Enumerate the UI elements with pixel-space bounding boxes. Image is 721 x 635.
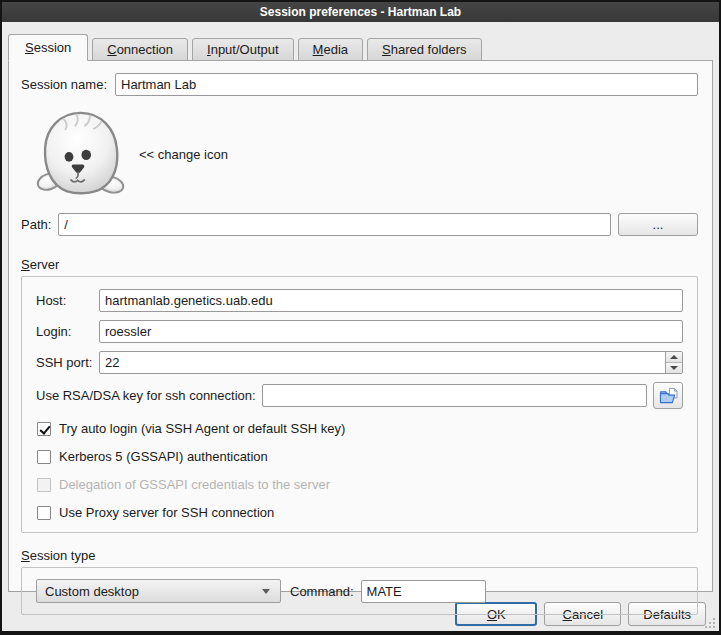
window-titlebar[interactable]: Session preferences - Hartman Lab bbox=[2, 2, 719, 22]
tab-session[interactable]: Session bbox=[8, 34, 88, 61]
session-name-label: Session name: bbox=[21, 77, 107, 92]
login-input[interactable] bbox=[99, 320, 683, 343]
command-label: Command: bbox=[290, 584, 354, 599]
session-tab-panel: Session name: bbox=[8, 60, 713, 592]
open-folder-icon bbox=[659, 387, 678, 404]
spinner-buttons bbox=[665, 352, 682, 373]
session-type-dropdown[interactable]: Custom desktop bbox=[36, 579, 281, 603]
seal-mascot-icon bbox=[34, 110, 127, 198]
gssapi-delegation-label: Delegation of GSSAPI credentials to the … bbox=[59, 477, 330, 492]
auto-login-row: Try auto login (via SSH Agent or default… bbox=[37, 421, 683, 436]
host-input[interactable] bbox=[99, 289, 683, 312]
triangle-up-icon bbox=[670, 355, 678, 359]
rsa-key-browse-button[interactable] bbox=[653, 382, 683, 409]
kerberos-checkbox[interactable] bbox=[37, 450, 51, 464]
tab-connection[interactable]: Connection bbox=[92, 38, 188, 61]
auto-login-label: Try auto login (via SSH Agent or default… bbox=[59, 421, 345, 436]
session-icon-button[interactable] bbox=[34, 110, 127, 198]
proxy-row: Use Proxy server for SSH connection bbox=[37, 505, 683, 520]
path-label: Path: bbox=[21, 217, 51, 232]
session-name-input[interactable] bbox=[115, 73, 698, 96]
spin-up-button[interactable] bbox=[666, 352, 682, 363]
proxy-label: Use Proxy server for SSH connection bbox=[59, 505, 274, 520]
window-title: Session preferences - Hartman Lab bbox=[260, 5, 461, 19]
change-icon-label: << change icon bbox=[139, 147, 228, 162]
session-preferences-dialog: Session preferences - Hartman Lab Sessio… bbox=[0, 0, 721, 635]
spin-down-button[interactable] bbox=[666, 363, 682, 373]
auto-login-checkbox[interactable] bbox=[37, 422, 51, 436]
proxy-checkbox[interactable] bbox=[37, 506, 51, 520]
gssapi-delegation-row: Delegation of GSSAPI credentials to the … bbox=[37, 477, 683, 492]
session-type-selected: Custom desktop bbox=[45, 584, 262, 599]
path-browse-button[interactable]: ... bbox=[618, 213, 698, 236]
host-label: Host: bbox=[36, 293, 99, 308]
ssh-port-label: SSH port: bbox=[36, 355, 99, 370]
ssh-port-input[interactable] bbox=[99, 351, 683, 374]
dropdown-arrow-icon bbox=[262, 589, 270, 594]
rsa-key-input[interactable] bbox=[262, 384, 647, 407]
session-type-group-label: Session type bbox=[21, 548, 698, 563]
rsa-key-label: Use RSA/DSA key for ssh connection: bbox=[36, 388, 256, 403]
gssapi-delegation-checkbox bbox=[37, 478, 51, 492]
tab-input-output[interactable]: Input/Output bbox=[192, 38, 294, 61]
kerberos-row: Kerberos 5 (GSSAPI) authentication bbox=[37, 449, 683, 464]
kerberos-label: Kerberos 5 (GSSAPI) authentication bbox=[59, 449, 268, 464]
path-input[interactable] bbox=[58, 213, 611, 236]
tab-media[interactable]: Media bbox=[298, 38, 363, 61]
command-input[interactable] bbox=[361, 580, 486, 603]
tab-bar: Session Connection Input/Output Media Sh… bbox=[2, 22, 719, 61]
session-icon-row: << change icon bbox=[21, 109, 698, 199]
resize-grip[interactable] bbox=[705, 618, 715, 628]
ssh-port-spinbox bbox=[99, 351, 683, 374]
triangle-down-icon bbox=[670, 366, 678, 370]
server-group-label: Server bbox=[21, 257, 698, 272]
login-label: Login: bbox=[36, 324, 99, 339]
session-type-groupbox: Custom desktop Command: bbox=[21, 567, 698, 615]
server-groupbox: Host: Login: SSH port: Use RSA/DSA k bbox=[21, 276, 698, 533]
tab-shared-folders[interactable]: Shared folders bbox=[367, 38, 482, 61]
